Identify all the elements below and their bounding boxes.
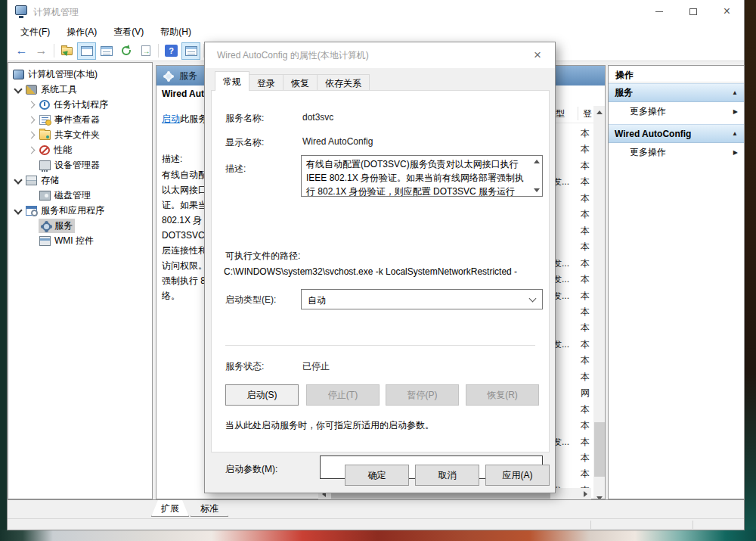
collapse-icon[interactable]: ▲ — [732, 130, 738, 137]
back-button[interactable]: ← — [12, 42, 31, 60]
properties-button[interactable] — [97, 42, 116, 60]
services-vertical-scrollbar[interactable] — [593, 106, 605, 499]
tree-item-task-scheduler[interactable]: 任务计划程序 — [8, 97, 152, 112]
service-row[interactable]: 发...本 — [551, 173, 593, 189]
actions-panel: 操作 服务▲更多操作▶Wired AutoConfig▲更多操作▶ — [608, 65, 745, 499]
dialog-tab-常规[interactable]: 常规 — [215, 71, 249, 91]
tree-item-event-viewer[interactable]: 事件查看器 — [8, 112, 152, 127]
dialog-tab-恢复[interactable]: 恢复 — [283, 74, 318, 91]
show-console-tree-button[interactable] — [77, 42, 96, 60]
tree-item-services[interactable]: 服务 — [8, 218, 152, 233]
tree-item-services-apps[interactable]: 服务和应用程序 — [8, 203, 152, 218]
service-row[interactable]: 发...本 — [551, 434, 593, 449]
dialog-tab-依存关系[interactable]: 依存关系 — [317, 74, 370, 91]
chevron-down-icon[interactable] — [11, 82, 25, 96]
service-row[interactable]: 本 — [551, 303, 593, 319]
column-header-logon-as-partial[interactable]: 登 — [583, 107, 592, 120]
services-icon — [39, 220, 51, 231]
column-separator[interactable] — [578, 107, 578, 120]
start-service-link[interactable]: 启动 — [162, 113, 180, 124]
dialog-tab-登录[interactable]: 登录 — [249, 74, 284, 91]
service-row[interactable]: 发...本 — [551, 336, 593, 352]
tree-item-performance[interactable]: 性能 — [8, 142, 152, 157]
dialog-titlebar[interactable]: Wired AutoConfig 的属性(本地计算机) × — [205, 42, 555, 68]
description-label: 描述: — [225, 163, 246, 176]
menu-item-帮助(H)[interactable]: 帮助(H) — [152, 23, 200, 41]
service-row[interactable]: 本 — [551, 417, 593, 433]
menu-item-查看(V)[interactable]: 查看(V) — [105, 23, 152, 41]
ok-button[interactable]: 确定 — [345, 465, 409, 486]
cancel-button[interactable]: 取消 — [415, 465, 479, 486]
tree-item-computer[interactable]: 计算机管理(本地) — [8, 67, 152, 82]
service-row[interactable]: 发...本 — [551, 271, 593, 287]
scroll-right-button[interactable] — [580, 488, 591, 499]
service-row[interactable]: 发...本 — [551, 255, 593, 271]
service-row[interactable]: 本 — [551, 465, 593, 481]
service-row[interactable]: 本 — [551, 141, 593, 157]
scroll-up-button[interactable] — [593, 106, 605, 119]
apply-button[interactable]: 应用(A) — [485, 465, 550, 486]
actions-section-header[interactable]: Wired AutoConfig▲ — [609, 124, 744, 143]
service-row[interactable]: 本 — [551, 125, 593, 141]
service-row[interactable]: 本 — [551, 449, 593, 465]
service-row[interactable]: 本 — [551, 368, 593, 384]
vertical-scrollbar-thumb[interactable] — [594, 422, 605, 477]
menu-item-文件(F)[interactable]: 文件(F) — [12, 23, 58, 41]
service-row[interactable]: 本 — [551, 157, 593, 173]
chevron-down-icon[interactable] — [11, 204, 25, 217]
service-row[interactable]: 网 — [551, 384, 593, 400]
column-header-startup-type-partial[interactable]: 型 — [556, 107, 565, 120]
service-row[interactable]: 本 — [551, 190, 593, 206]
view-tab-标准[interactable]: 标准 — [191, 500, 228, 517]
actions-section-header[interactable]: 服务▲ — [609, 83, 744, 102]
description-textarea[interactable]: 有线自动配置(DOT3SVC)服务负责对以太网接口执行 IEEE 802.1X … — [301, 155, 543, 197]
chevron-down-icon[interactable] — [11, 173, 25, 187]
chevron-right-icon[interactable] — [25, 128, 39, 141]
tree-item-wmi[interactable]: WMI 控件 — [8, 233, 152, 248]
actions-item-more[interactable]: 更多操作▶ — [609, 143, 744, 162]
refresh-button[interactable] — [116, 42, 135, 60]
menu-bar: 文件(F)操作(A)查看(V)帮助(H) — [8, 23, 744, 41]
help-button[interactable]: ? — [162, 42, 181, 60]
shared-folders-icon — [39, 130, 51, 140]
refresh-icon — [122, 46, 131, 55]
textarea-scroll-down-icon[interactable] — [534, 188, 540, 192]
service-control-button-0[interactable]: 启动(S) — [225, 384, 299, 406]
service-row[interactable]: 本 — [551, 319, 593, 335]
scroll-down-button[interactable] — [593, 492, 605, 499]
view-tab-扩展[interactable]: 扩展 — [151, 500, 189, 517]
menu-item-操作(A)[interactable]: 操作(A) — [58, 23, 105, 41]
tree-item-shared-folders[interactable]: 共享文件夹 — [8, 127, 152, 142]
forward-button[interactable]: → — [32, 42, 51, 60]
close-button[interactable]: × — [710, 0, 744, 23]
actions-item-more[interactable]: 更多操作▶ — [609, 102, 744, 121]
tree-item-storage[interactable]: 存储 — [8, 173, 152, 188]
dialog-close-button[interactable]: × — [528, 45, 547, 65]
service-row[interactable]: 本 — [551, 238, 593, 254]
general-tab-page: 服务名称: dot3svc 显示名称: Wired AutoConfig 描述:… — [211, 90, 550, 452]
service-row[interactable]: 发...本 — [551, 288, 593, 303]
chevron-right-icon[interactable] — [25, 143, 39, 157]
export-list-button[interactable] — [136, 42, 155, 60]
service-row[interactable]: 本 — [551, 222, 593, 238]
tree-item-device-manager[interactable]: 设备管理器 — [8, 157, 152, 173]
service-row[interactable]: 本 — [551, 352, 593, 368]
tree-item-label: 设备管理器 — [54, 159, 100, 172]
show-action-pane-button[interactable] — [181, 42, 200, 60]
open-button[interactable] — [57, 42, 76, 60]
textarea-scroll-up-icon[interactable] — [534, 160, 540, 163]
tree-item-disk-management[interactable]: 磁盘管理 — [8, 188, 152, 203]
tree-item-content: 服务 — [39, 219, 75, 233]
tree-item-system-tools[interactable]: 系统工具 — [8, 82, 152, 97]
chevron-right-icon[interactable] — [25, 113, 39, 126]
service-row[interactable]: 本 — [551, 206, 593, 222]
minimize-button[interactable] — [642, 0, 676, 23]
maximize-button[interactable] — [676, 0, 710, 23]
service-row[interactable]: 本 — [551, 401, 593, 417]
window-titlebar[interactable]: 计算机管理 × — [8, 0, 744, 23]
chevron-right-icon[interactable] — [25, 98, 39, 111]
startup-type-select[interactable]: 自动 — [301, 289, 543, 309]
collapse-icon[interactable]: ▲ — [732, 89, 738, 96]
logon-as-cell: 本 — [581, 452, 590, 465]
tree-item-label: 存储 — [41, 174, 59, 187]
